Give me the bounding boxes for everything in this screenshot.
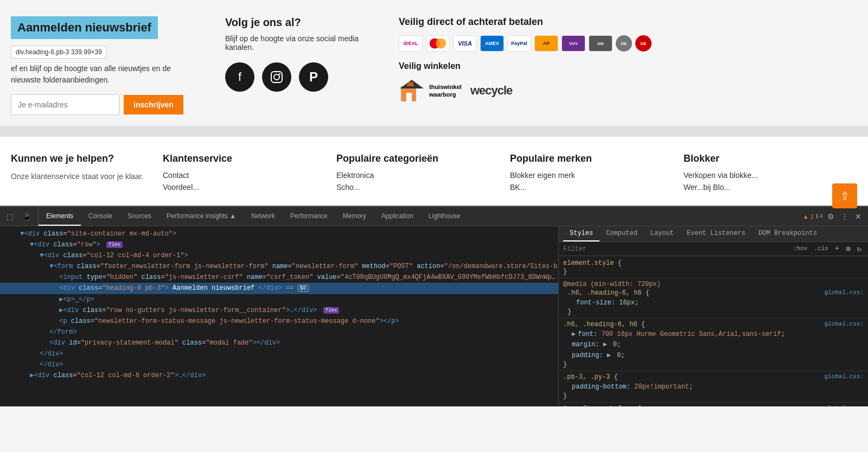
elements-content: ▼<div class="site-container mx-md-auto">…: [0, 226, 558, 406]
tab-performance[interactable]: Performance: [283, 207, 335, 226]
visa-icon: VISA: [453, 35, 477, 52]
tab-styles[interactable]: Styles: [563, 226, 599, 241]
footer-electronics-link[interactable]: Elektronica: [336, 171, 499, 180]
tab-layout[interactable]: Layout: [644, 226, 680, 241]
cls-button[interactable]: .cls: [812, 244, 830, 253]
tree-line-8[interactable]: ▶<div class="row no-gutters js-newslette…: [0, 305, 558, 316]
elements-panel: ▼<div class="site-container mx-md-auto">…: [0, 226, 559, 406]
tab-application[interactable]: Application: [374, 207, 421, 226]
tab-computed[interactable]: Computed: [599, 226, 644, 241]
style-rule-h6: .h6, .heading-6, h6 { global.css: ▶font:…: [559, 320, 868, 371]
footer-col2-link2[interactable]: Voordeel...: [163, 183, 326, 192]
warning-badge: ▲ 2: [803, 213, 814, 220]
add-style-button[interactable]: +: [833, 244, 841, 253]
tab-dom-breakpoints[interactable]: DOM Breakpoints: [752, 226, 824, 241]
footer-col4-link2[interactable]: BK...: [510, 183, 673, 192]
tab-performance-insights[interactable]: Performance insights ▲: [159, 207, 244, 226]
style-prop-padding: padding: ▶ 0;: [563, 351, 864, 361]
settings-icon[interactable]: ⚙: [825, 210, 837, 223]
devtools-tab-right: ▲ 2 ℹ 4 ⚙ ⋮ ✕: [803, 210, 868, 223]
style-selector-element: element.style {: [563, 259, 864, 267]
devtools-cursor-icon[interactable]: ⬚: [4, 210, 16, 223]
footer-blokker-merk-link[interactable]: Blokker eigen merk: [510, 171, 673, 180]
giftcard-icon: Gift: [589, 35, 612, 52]
footer-contact-link[interactable]: Contact: [163, 171, 326, 180]
tree-line-4[interactable]: ▼<form class="footer_newsletter-form js-…: [0, 261, 558, 272]
layout-icon[interactable]: ⊞: [844, 244, 852, 253]
styles-panel: Styles Computed Layout Event Listeners D…: [559, 226, 868, 406]
mastercard-icon: [426, 35, 450, 52]
svg-rect-0: [271, 72, 282, 82]
style-rule-element: element.style { }: [559, 258, 868, 278]
ap-icon: AP: [534, 35, 558, 52]
tree-line-3[interactable]: ▼<div class="col-12 col-md-4 order-1">: [0, 250, 558, 261]
paypal-icon: PayPal: [507, 35, 531, 52]
style-rule-universal: *, :after, :before { global.css: box-siz…: [559, 404, 868, 406]
style-prop-font-size: font-size: 16px;: [567, 298, 864, 308]
more-icon[interactable]: ⋮: [839, 210, 851, 223]
refresh-icon[interactable]: ↻: [855, 244, 864, 253]
footer-col-3: Populaire categorieën Elektronica Scho..…: [336, 153, 510, 195]
newsletter-title: Aanmelden nieuwsbrief: [11, 16, 158, 39]
tab-memory[interactable]: Memory: [335, 207, 374, 226]
svg-point-1: [274, 74, 279, 80]
hov-button[interactable]: :hov: [791, 244, 809, 253]
svg-point-2: [279, 73, 280, 75]
tree-line-1[interactable]: ▼<div class="site-container mx-md-auto">: [0, 228, 558, 239]
footer-col1-desc: Onze klantenservice staat voor je klaar.: [11, 171, 152, 182]
style-selector-h6-media: .h6, .heading-6, h6 { global.css:: [567, 289, 864, 297]
styles-content: element.style { } @media (min-width: 720…: [559, 256, 868, 406]
footer-col1-title: Kunnen we je helpen?: [11, 153, 152, 164]
tab-lighthouse[interactable]: Lighthouse: [421, 207, 468, 226]
tree-line-12[interactable]: </div>: [0, 348, 558, 359]
footer-col-4: Populaire merken Blokker eigen merk BK..…: [510, 153, 684, 195]
footer-col-1: Kunnen we je helpen? Onze klantenservice…: [11, 153, 163, 195]
footer-col-2: Klantenservice Contact Voordeel...: [163, 153, 336, 195]
tree-line-5[interactable]: <input type="hidden" class="js-newslette…: [0, 272, 558, 283]
scroll-top-button[interactable]: ⇧: [832, 183, 857, 208]
styles-filter-input[interactable]: [563, 245, 787, 253]
devtools: ⬚ 📱 Elements Console Sources Performance…: [0, 206, 868, 406]
style-prop-padding-bottom: padding-bottom: 20px!important;: [563, 382, 864, 392]
email-input[interactable]: [11, 94, 119, 115]
subscribe-button[interactable]: inschrijven: [124, 95, 183, 114]
tab-event-listeners[interactable]: Event Listeners: [680, 226, 752, 241]
tree-line-14[interactable]: ▶<div class="col-12 col-md-8 order-2">…<…: [0, 370, 558, 381]
newsletter-section: Aanmelden nieuwsbrief div.heading-6.pb-3…: [11, 16, 214, 115]
footer-col5-title: Blokker: [684, 153, 846, 164]
safe-shop-logos: thuiswinkelwaarborg wecycle: [399, 78, 857, 104]
tree-line-2[interactable]: ▼<div class="row"> flex: [0, 239, 558, 250]
tree-line-10[interactable]: </form>: [0, 327, 558, 338]
payment-icon-8: DE: [616, 35, 632, 52]
footer-col-5: Blokker Verkopen via blokke... Wer...bij…: [684, 153, 857, 195]
tab-network[interactable]: Network: [244, 207, 283, 226]
newsletter-form: inschrijven: [11, 94, 198, 115]
facebook-icon[interactable]: f: [225, 62, 254, 92]
footer-col3-link2[interactable]: Scho...: [336, 183, 499, 192]
tree-line-11[interactable]: <div id="privacy-statement-modal" class=…: [0, 338, 558, 348]
tree-line-13[interactable]: </div>: [0, 359, 558, 370]
newsletter-description: ef en blijf op de hoogte van alle nieuwt…: [11, 63, 198, 86]
tree-line-9[interactable]: <p class="newsletter-form-status-message…: [0, 316, 558, 327]
style-prop-font: ▶font: 700 16px Hurme Geometric Sans,Ari…: [563, 329, 864, 340]
footer-col5-link2[interactable]: Wer...bij Blo...: [684, 183, 846, 192]
close-icon[interactable]: ✕: [853, 210, 864, 223]
payment-icon-9: DE: [635, 35, 652, 52]
style-rule-media: @media (min-width: 720px) .h6, .heading-…: [559, 279, 868, 319]
tab-sources[interactable]: Sources: [120, 207, 159, 226]
pinterest-icon[interactable]: P: [299, 62, 328, 92]
tab-elements[interactable]: Elements: [39, 207, 81, 226]
footer-col2-title: Klantenservice: [163, 153, 326, 164]
tab-console[interactable]: Console: [81, 207, 120, 226]
styles-filter-btns: :hov .cls + ⊞ ↻: [791, 244, 864, 253]
devtools-mobile-icon[interactable]: 📱: [20, 210, 34, 223]
style-selector-universal: *, :after, :before { global.css:: [563, 405, 864, 406]
tree-line-7[interactable]: ▶<p>_</p>: [0, 294, 558, 305]
tree-line-6[interactable]: <div class="heading-6 pb-3"> Aanmelden n…: [0, 283, 558, 294]
footer-col5-link1[interactable]: Verkopen via blokke...: [684, 171, 846, 180]
separator: [0, 126, 868, 137]
payment-section: Veilig direct of achteraf betalen iDEAL …: [388, 16, 857, 115]
style-selector-h6: .h6, .heading-6, h6 { global.css:: [563, 321, 864, 328]
instagram-icon[interactable]: [262, 62, 291, 92]
thuiswinkel-text: thuiswinkelwaarborg: [429, 83, 462, 99]
